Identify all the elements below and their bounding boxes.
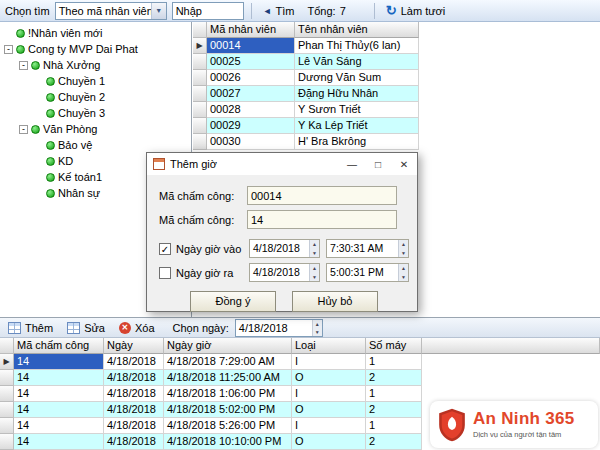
checkin-checkbox[interactable] [159, 243, 171, 255]
tree-item[interactable]: Chuyền 3 [0, 105, 191, 121]
spinner-up-icon[interactable] [313, 320, 322, 328]
table-cell[interactable]: 00029 [207, 118, 295, 134]
table-cell[interactable]: 1 [366, 386, 422, 402]
table-cell[interactable]: 4/18/2018 10:10:00 PM [164, 434, 292, 450]
table-cell[interactable]: 00026 [207, 70, 295, 86]
search-type-combobox[interactable]: Theo mã nhân viên ▼ [55, 2, 167, 20]
spinner-down-icon[interactable] [310, 273, 319, 282]
table-cell[interactable]: 4/18/2018 11:25:00 AM [164, 370, 292, 386]
tree-item[interactable]: Bảo vệ [0, 137, 191, 153]
table-row[interactable]: 00026Dương Văn Sum [193, 70, 419, 86]
column-header[interactable]: Mã nhân viên [207, 22, 295, 38]
column-header[interactable]: Ngày giờ [164, 338, 292, 354]
table-cell[interactable]: O [292, 370, 366, 386]
delete-button[interactable]: ✕ Xóa [115, 321, 159, 335]
checkout-date-picker[interactable]: 4/18/2018 [249, 263, 320, 282]
row-header[interactable] [193, 70, 207, 86]
table-cell[interactable]: 14 [14, 370, 104, 386]
row-header[interactable] [193, 118, 207, 134]
tree-item[interactable]: !Nhân viên mới [0, 25, 191, 41]
table-cell[interactable]: 14 [14, 386, 104, 402]
column-header[interactable]: Ngày [104, 338, 164, 354]
table-cell[interactable]: 1 [366, 354, 422, 370]
row-header[interactable] [193, 102, 207, 118]
search-input[interactable] [172, 2, 244, 20]
row-header[interactable] [0, 434, 14, 450]
date-filter-picker[interactable]: 4/18/2018 [235, 319, 323, 337]
checkin-date-picker[interactable]: 4/18/2018 [249, 239, 320, 258]
table-cell[interactable]: Y Ka Lép Triết [295, 118, 419, 134]
checkout-date-spinner[interactable] [309, 264, 319, 281]
table-cell[interactable]: 4/18/2018 5:02:00 PM [164, 402, 292, 418]
table-cell[interactable]: H' Bra Bkrông [295, 134, 419, 150]
add-button[interactable]: Thêm [4, 321, 57, 335]
tree-expander-icon[interactable]: - [19, 125, 28, 134]
tree-expander-icon[interactable]: - [19, 61, 28, 70]
table-cell[interactable]: 00030 [207, 134, 295, 150]
checkout-time-spinner[interactable] [398, 264, 408, 281]
row-header[interactable] [0, 418, 14, 434]
row-header[interactable] [193, 54, 207, 70]
table-row[interactable]: 144/18/20184/18/2018 11:25:00 AMO2 [0, 370, 600, 386]
table-cell[interactable]: O [292, 434, 366, 450]
tree-item[interactable]: -Văn Phòng [0, 121, 191, 137]
checkout-checkbox[interactable] [159, 267, 171, 279]
checkin-time-spinner[interactable] [398, 240, 408, 257]
table-cell[interactable]: Y Sươn Triết [295, 102, 419, 118]
attendance-code2-input[interactable] [247, 210, 397, 229]
spinner-up-icon[interactable] [399, 240, 408, 249]
checkin-time-picker[interactable]: 7:30:31 AM [326, 239, 409, 258]
tree-item[interactable]: Chuyền 1 [0, 73, 191, 89]
spinner-down-icon[interactable] [310, 249, 319, 258]
attendance-code-input[interactable] [247, 186, 397, 205]
row-header[interactable]: ▶ [193, 38, 207, 54]
table-cell[interactable]: 14 [14, 354, 104, 370]
table-cell[interactable]: I [292, 354, 366, 370]
table-cell[interactable]: 4/18/2018 7:29:00 AM [164, 354, 292, 370]
table-cell[interactable]: 4/18/2018 [104, 402, 164, 418]
table-cell[interactable]: 1 [366, 418, 422, 434]
table-cell[interactable]: Dương Văn Sum [295, 70, 419, 86]
table-cell[interactable]: 4/18/2018 [104, 418, 164, 434]
table-row[interactable]: 144/18/20184/18/2018 1:06:00 PMI1 [0, 386, 600, 402]
ok-button[interactable]: Đồng ý [190, 291, 276, 312]
table-cell[interactable]: Phan Thị Thủy(6 lan) [295, 38, 419, 54]
table-cell[interactable]: I [292, 418, 366, 434]
table-row[interactable]: 00029Y Ka Lép Triết [193, 118, 419, 134]
checkout-time-picker[interactable]: 5:00:31 PM [326, 263, 409, 282]
edit-button[interactable]: Sửa [63, 321, 109, 335]
row-header[interactable] [0, 402, 14, 418]
close-button[interactable]: ✕ [391, 154, 417, 175]
table-cell[interactable]: 14 [14, 434, 104, 450]
spinner-up-icon[interactable] [399, 264, 408, 273]
refresh-button[interactable]: ↻ Làm tươi [382, 4, 449, 18]
table-row[interactable]: 00028Y Sươn Triết [193, 102, 419, 118]
table-cell[interactable]: 4/18/2018 [104, 386, 164, 402]
column-header[interactable]: Loại [292, 338, 366, 354]
tree-item[interactable]: -Nhà Xưởng [0, 57, 191, 73]
spinner-down-icon[interactable] [399, 273, 408, 282]
table-cell[interactable]: 00028 [207, 102, 295, 118]
table-cell[interactable]: 2 [366, 370, 422, 386]
chevron-down-icon[interactable]: ▼ [151, 3, 166, 19]
table-cell[interactable]: Lê Văn Sáng [295, 54, 419, 70]
tree-item[interactable]: -Cong ty MVP Dai Phat [0, 41, 191, 57]
table-row[interactable]: 00025Lê Văn Sáng [193, 54, 419, 70]
table-row[interactable]: 00030H' Bra Bkrông [193, 134, 419, 150]
spinner-down-icon[interactable] [313, 328, 322, 336]
spinner-down-icon[interactable] [399, 249, 408, 258]
row-header[interactable] [0, 370, 14, 386]
row-header[interactable] [193, 86, 207, 102]
row-header[interactable] [193, 134, 207, 150]
table-row[interactable]: ▶00014Phan Thị Thủy(6 lan) [193, 38, 419, 54]
table-cell[interactable]: 4/18/2018 [104, 354, 164, 370]
table-cell[interactable]: O [292, 402, 366, 418]
table-cell[interactable]: 00027 [207, 86, 295, 102]
row-header[interactable]: ▶ [0, 354, 14, 370]
table-cell[interactable]: 2 [366, 402, 422, 418]
date-filter-spinner[interactable] [312, 320, 322, 336]
table-cell[interactable]: 2 [366, 434, 422, 450]
spinner-up-icon[interactable] [310, 264, 319, 273]
dialog-titlebar[interactable]: Thêm giờ — □ ✕ [147, 153, 417, 175]
tree-expander-icon[interactable]: - [4, 45, 13, 54]
